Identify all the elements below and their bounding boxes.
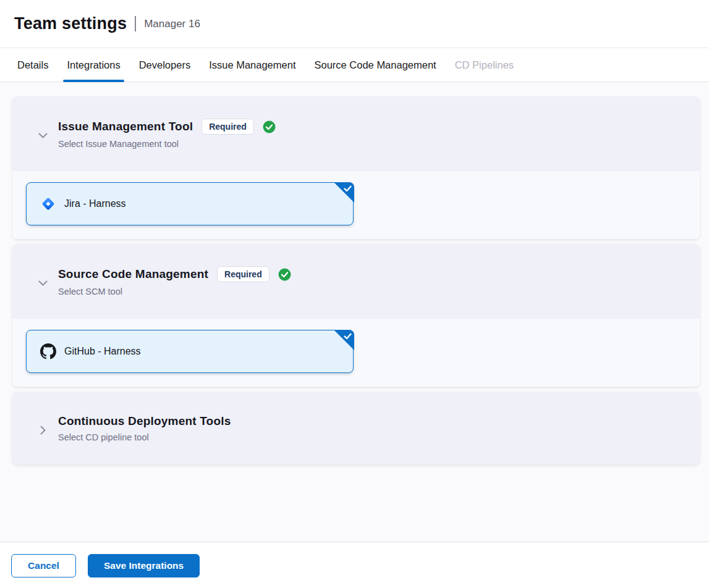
section-issue-management-tool: Issue Management Tool Required Select Is… — [12, 96, 700, 239]
cancel-button[interactable]: Cancel — [11, 554, 76, 578]
section-title: Continuous Deployment Tools — [58, 414, 231, 428]
completed-check-icon — [278, 268, 291, 281]
section-subtitle: Select Issue Management tool — [58, 139, 276, 149]
chevron-right-icon — [37, 426, 48, 435]
section-title: Issue Management Tool — [58, 120, 193, 133]
tab-issue-management[interactable]: Issue Management — [205, 48, 299, 82]
jira-icon — [40, 196, 56, 212]
selected-check-icon — [334, 330, 354, 350]
action-footer: Cancel Save Integrations — [0, 542, 709, 588]
section-issue-management-header[interactable]: Issue Management Tool Required Select Is… — [12, 96, 700, 171]
chevron-down-icon — [37, 133, 48, 138]
tab-source-code-management[interactable]: Source Code Management — [310, 48, 439, 82]
tab-cd-pipelines: CD Pipelines — [451, 48, 517, 82]
selected-check-icon — [334, 182, 354, 203]
chevron-down-icon — [37, 280, 48, 286]
completed-check-icon — [263, 120, 276, 133]
title-divider — [135, 16, 136, 32]
tab-developers[interactable]: Developers — [135, 48, 194, 82]
page-subtitle: Manager 16 — [144, 18, 200, 30]
tool-card-jira-harness[interactable]: Jira - Harness — [26, 182, 354, 225]
tab-bar: Details Integrations Developers Issue Ma… — [0, 48, 709, 82]
required-badge: Required — [217, 266, 270, 282]
section-scm-header[interactable]: Source Code Management Required Select S… — [12, 244, 700, 319]
section-continuous-deployment-tools: Continuous Deployment Tools Select CD pi… — [12, 392, 700, 464]
page-title: Team settings — [14, 14, 127, 33]
tool-name: GitHub - Harness — [64, 346, 141, 357]
team-settings-page: Team settings Manager 16 Details Integra… — [0, 0, 709, 588]
tab-integrations[interactable]: Integrations — [63, 48, 124, 82]
integrations-content: Issue Management Tool Required Select Is… — [0, 82, 709, 542]
tool-name: Jira - Harness — [64, 198, 126, 209]
section-subtitle: Select SCM tool — [58, 287, 291, 296]
page-header: Team settings Manager 16 — [0, 0, 709, 48]
tab-details[interactable]: Details — [14, 48, 52, 82]
section-subtitle: Select CD pipeline tool — [58, 432, 231, 442]
section-issue-management-body: Jira - Harness — [12, 171, 700, 239]
save-integrations-button[interactable]: Save Integrations — [88, 554, 200, 578]
section-source-code-management: Source Code Management Required Select S… — [12, 244, 700, 387]
tool-card-github-harness[interactable]: GitHub - Harness — [26, 330, 354, 373]
section-title: Source Code Management — [58, 267, 208, 281]
github-icon — [40, 343, 56, 359]
section-cd-header[interactable]: Continuous Deployment Tools Select CD pi… — [12, 392, 700, 464]
section-scm-body: GitHub - Harness — [12, 319, 700, 387]
required-badge: Required — [202, 119, 254, 135]
